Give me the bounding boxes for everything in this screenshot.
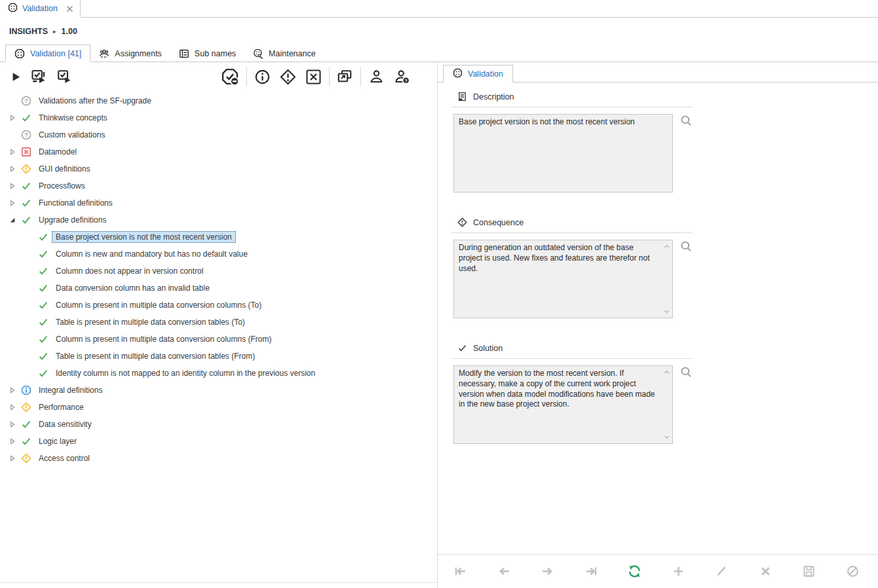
expander-expanded-icon[interactable] [8,217,17,223]
tree-item[interactable]: ?Custom validations [0,126,437,143]
related-windows-button[interactable] [335,67,354,86]
tab-assignments[interactable]: Assignments [90,45,170,62]
tree-item[interactable]: Performance [0,399,437,416]
expander-collapsed-icon[interactable] [8,438,17,445]
severity-error-button[interactable] [304,67,323,86]
tree-item[interactable]: Logic layer [0,433,437,450]
document-tab-validation[interactable]: Validation [0,0,81,18]
tree-item-label[interactable]: Table is present in multiple data conver… [52,350,259,362]
tree-item-label[interactable]: Base project version is not the most rec… [52,231,236,243]
unassigned-user-button[interactable]: ? [392,67,411,86]
scroll-up-icon[interactable] [662,368,671,377]
tree-item[interactable]: Column is new and mandatory but has no d… [0,246,437,263]
tree-item[interactable]: Data sensitivity [0,416,437,433]
tree-item-label[interactable]: Thinkwise concepts [35,112,111,124]
last-record-button[interactable] [584,564,598,578]
description-field[interactable]: Base project version is not the most rec… [453,114,673,193]
section-label: Description [473,92,514,101]
validate-selection-button[interactable] [55,67,74,86]
tree-item-label[interactable]: Datamodel [35,146,81,158]
first-record-button[interactable] [453,564,467,578]
expander-collapsed-icon[interactable] [8,149,17,155]
severity-warning-button[interactable] [278,67,297,86]
detail-tab-validation[interactable]: Validation [443,65,513,83]
scroll-down-icon[interactable] [662,307,671,316]
previous-record-button[interactable] [497,564,511,578]
tree-item-label[interactable]: Table is present in multiple data conver… [52,316,249,328]
expander-collapsed-icon[interactable] [8,455,17,462]
tab-maintenance[interactable]: Maintenance [244,45,324,62]
tree-item[interactable]: Base project version is not the most rec… [0,229,437,246]
tree-item-label[interactable]: Upgrade definitions [35,214,110,226]
tree-item[interactable]: Thinkwise concepts [0,109,437,126]
validate-all-button[interactable] [29,67,48,86]
tree-item-label[interactable]: Column is present in multiple data conve… [52,299,265,311]
tree-item-label[interactable]: Identity column is not mapped to an iden… [52,367,319,379]
assigned-user-button[interactable] [367,67,386,86]
tree-item[interactable]: Table is present in multiple data conver… [0,348,437,365]
section-label: Consequence [473,218,524,227]
close-icon[interactable] [66,5,73,12]
scroll-down-icon[interactable] [662,433,671,441]
solution-field[interactable]: Modify the version to the most recent ve… [453,365,673,444]
tree-item[interactable]: Access control [0,450,437,467]
run-validations-button[interactable] [9,70,23,84]
tree-item[interactable]: Column is present in multiple data conve… [0,297,437,314]
tree-item-label[interactable]: Processflows [35,180,89,192]
tree-item[interactable]: Data conversion column has an invalid ta… [0,280,437,297]
expander-collapsed-icon[interactable] [8,421,17,428]
tree-item-label[interactable]: Logic layer [35,435,81,447]
tree-item-label[interactable]: Performance [35,401,88,413]
breadcrumb-version[interactable]: 1.00 [62,27,77,36]
tree-item[interactable]: Identity column is not mapped to an iden… [0,365,437,382]
tree-item-label[interactable]: Column does not appear in version contro… [52,265,207,277]
tree-item-label[interactable]: Integral definitions [35,384,106,396]
expander-collapsed-icon[interactable] [8,115,17,121]
consequence-field[interactable]: During generation an outdated version of… [453,240,673,318]
edit-button[interactable] [715,564,729,578]
consequence-zoom-button[interactable] [680,240,693,253]
tab-validation[interactable]: Validation [41] [5,45,90,62]
tree-item[interactable]: Functional definitions [0,194,437,211]
tree-item-label[interactable]: GUI definitions [35,163,94,175]
tree-item-label[interactable]: Data conversion column has an invalid ta… [52,282,214,294]
tree-item-label[interactable]: Access control [35,452,94,464]
refresh-button[interactable] [628,564,641,578]
expander-collapsed-icon[interactable] [8,404,17,411]
document-tab-label: Validation [22,4,58,13]
expander-collapsed-icon[interactable] [8,183,17,189]
expander-collapsed-icon[interactable] [8,387,17,394]
tree-item[interactable]: GUI definitions [0,160,437,177]
tree-item-label[interactable]: Data sensitivity [35,418,96,430]
tree-item[interactable]: Integral definitions [0,382,437,399]
tree-item[interactable]: Datamodel [0,143,437,160]
tree-item[interactable]: Column is present in multiple data conve… [0,331,437,348]
tree-item[interactable]: Column does not appear in version contro… [0,263,437,280]
next-record-button[interactable] [541,564,554,578]
description-zoom-button[interactable] [680,115,693,127]
scroll-up-icon[interactable] [662,242,671,251]
tab-sub-names[interactable]: Sub names [170,45,244,62]
tree-item[interactable]: Table is present in multiple data conver… [0,314,437,331]
tree-item-label[interactable]: Column is new and mandatory but has no d… [52,248,252,260]
tree-item-label[interactable]: Column is present in multiple data conve… [52,333,275,345]
tree-item-label[interactable]: Functional definitions [35,197,117,209]
severity-info-button[interactable] [253,67,272,86]
save-button[interactable] [802,564,816,578]
breadcrumb-project[interactable]: INSIGHTS [9,27,48,36]
add-button[interactable] [672,564,685,578]
tree-item-label[interactable]: Validations after the SF-upgrade [35,95,155,107]
approved-validations-button[interactable] [220,66,240,87]
expander-collapsed-icon[interactable] [8,166,17,172]
application-window: Validation INSIGHTS ▸ 1.00 Validation [4… [0,0,878,588]
tree-item[interactable]: Upgrade definitions [0,211,437,229]
tree-item-label[interactable]: Custom validations [35,129,109,141]
delete-button[interactable] [759,564,773,578]
tree-item[interactable]: Processflows [0,177,437,194]
tree-item[interactable]: ?Validations after the SF-upgrade [0,92,437,109]
cancel-button[interactable] [846,564,860,578]
solution-zoom-button[interactable] [680,366,693,378]
warning-icon [20,164,31,175]
expander-collapsed-icon[interactable] [8,200,17,206]
toolbar-separator [246,67,247,86]
